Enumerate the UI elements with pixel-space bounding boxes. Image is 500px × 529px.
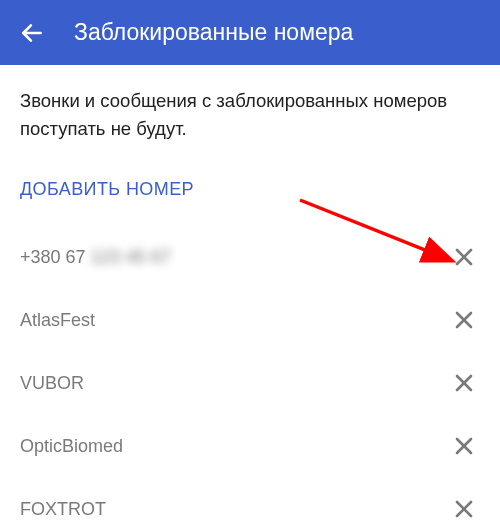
blocked-number-label: OpticBiomed <box>20 436 123 457</box>
close-icon <box>452 497 476 521</box>
page-title: Заблокированные номера <box>74 19 353 46</box>
close-icon <box>452 308 476 332</box>
arrow-back-icon <box>19 20 45 46</box>
list-item: OpticBiomed <box>0 415 500 478</box>
description-text: Звонки и сообщения с заблокированных ном… <box>0 65 500 151</box>
list-item: +380 67 123 45 67 <box>0 226 500 289</box>
list-item: AtlasFest <box>0 289 500 352</box>
blocked-number-label: AtlasFest <box>20 310 95 331</box>
blocked-number-label: FOXTROT <box>20 499 106 520</box>
list-item: FOXTROT <box>0 478 500 530</box>
number-hidden: 123 45 67 <box>91 247 171 267</box>
close-icon <box>452 434 476 458</box>
remove-button[interactable] <box>448 493 480 525</box>
blocked-number-label: +380 67 123 45 67 <box>20 247 171 268</box>
remove-button[interactable] <box>448 241 480 273</box>
close-icon <box>452 245 476 269</box>
remove-button[interactable] <box>448 430 480 462</box>
add-number-button[interactable]: ДОБАВИТЬ НОМЕР <box>0 151 500 226</box>
app-bar: Заблокированные номера <box>0 0 500 65</box>
remove-button[interactable] <box>448 367 480 399</box>
number-prefix: +380 67 <box>20 247 86 267</box>
blocked-numbers-list: +380 67 123 45 67 AtlasFest VUBOR <box>0 226 500 530</box>
remove-button[interactable] <box>448 304 480 336</box>
list-item: VUBOR <box>0 352 500 415</box>
close-icon <box>452 371 476 395</box>
blocked-number-label: VUBOR <box>20 373 84 394</box>
back-button[interactable] <box>18 19 46 47</box>
